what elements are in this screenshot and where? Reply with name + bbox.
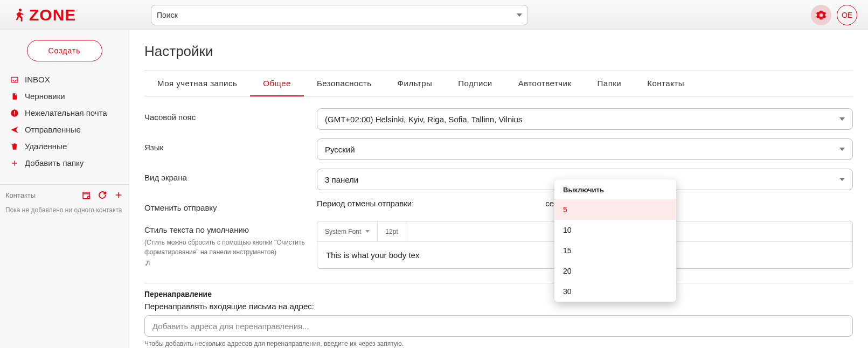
sent-icon — [10, 126, 19, 134]
logo-text: ZONE — [29, 7, 76, 23]
tab-контакты[interactable]: Контакты — [634, 71, 697, 96]
forward-section-title: Перенаправление — [144, 290, 853, 298]
screen-view-label: Вид экрана — [144, 169, 317, 182]
language-select[interactable]: Русский — [317, 138, 853, 160]
undo-seconds-dropdown: Выключить 510152030 — [554, 179, 676, 302]
dropdown-option-20[interactable]: 20 — [554, 261, 676, 281]
sidebar-folder-inbox[interactable]: INBOX — [0, 71, 129, 88]
dropdown-option-10[interactable]: 10 — [554, 220, 676, 240]
sidebar: Создать INBOXЧерновикиНежелательная почт… — [0, 30, 129, 348]
chevron-down-icon — [517, 13, 522, 17]
tab-автоответчик[interactable]: Автоответчик — [505, 71, 585, 96]
compose-button[interactable]: Создать — [27, 40, 102, 61]
clear-format-icon — [144, 259, 152, 267]
page-title: Настройки — [144, 43, 853, 60]
contacts-title: Контакты — [5, 191, 36, 199]
sidebar-folder-spam[interactable]: Нежелательная почта — [0, 105, 129, 121]
runner-icon — [11, 8, 26, 23]
dropdown-option-5[interactable]: 5 — [554, 199, 676, 220]
divider — [144, 283, 853, 283]
spam-icon — [10, 109, 19, 117]
chevron-down-icon — [365, 230, 370, 233]
tab-безопасность[interactable]: Безопасность — [304, 71, 385, 96]
font-family-select[interactable]: System Font — [317, 221, 378, 241]
tab-моя-учетная-запись[interactable]: Моя учетная запись — [144, 71, 250, 96]
add-folder-button[interactable]: Добавить папку — [0, 155, 129, 171]
draft-icon — [10, 92, 19, 101]
svg-rect-4 — [14, 114, 15, 115]
contacts-empty-text: Пока не добавлено ни одного контакта — [0, 202, 129, 218]
settings-button[interactable] — [811, 5, 831, 25]
chevron-down-icon — [839, 148, 845, 151]
tab-папки[interactable]: Папки — [585, 71, 635, 96]
svg-point-0 — [19, 9, 22, 11]
refresh-icon[interactable] — [98, 190, 107, 200]
main-content: Настройки Моя учетная записьОбщееБезопас… — [129, 30, 868, 348]
chevron-down-icon — [839, 178, 845, 181]
default-style-hint: (Стиль можно сбросить с помощью кнопки "… — [144, 238, 317, 257]
forward-section-sub: Перенаправлять входящие письма на адрес: — [144, 302, 853, 311]
font-size-select[interactable]: 12pt — [378, 221, 406, 241]
logo[interactable]: ZONE — [11, 7, 129, 23]
add-contact-icon[interactable] — [114, 190, 123, 200]
dropdown-header: Выключить — [554, 179, 676, 199]
undo-period-label: Период отмены отправки: — [317, 199, 414, 208]
undo-send-label: Отменить отправку — [144, 199, 317, 212]
dropdown-option-15[interactable]: 15 — [554, 240, 676, 261]
forward-hint: Чтобы добавить несколько адресов для пер… — [144, 340, 853, 347]
svg-rect-3 — [14, 111, 15, 114]
settings-tabs: Моя учетная записьОбщееБезопасностьФильт… — [144, 71, 853, 96]
tab-общее[interactable]: Общее — [250, 71, 304, 96]
plus-icon — [10, 159, 19, 168]
app-header: ZONE Поиск OE — [0, 0, 868, 30]
sidebar-folder-trash[interactable]: Удаленные — [0, 138, 129, 155]
sidebar-folder-draft[interactable]: Черновики — [0, 88, 129, 105]
timezone-select[interactable]: (GMT+02:00) Helsinki, Kyiv, Riga, Sofia,… — [317, 108, 853, 130]
search-input[interactable]: Поиск — [151, 5, 528, 25]
inbox-icon — [10, 75, 19, 84]
dropdown-option-30[interactable]: 30 — [554, 281, 676, 302]
tab-фильтры[interactable]: Фильтры — [385, 71, 446, 96]
default-style-label: Стиль текста по умолчанию — [144, 225, 317, 234]
sidebar-folder-sent[interactable]: Отправленные — [0, 121, 129, 138]
tab-подписи[interactable]: Подписи — [445, 71, 505, 96]
avatar[interactable]: OE — [837, 5, 857, 25]
gear-icon — [816, 10, 827, 20]
chevron-down-icon — [839, 117, 845, 121]
forward-address-input[interactable] — [144, 315, 853, 337]
trash-icon — [10, 142, 19, 151]
language-label: Язык — [144, 138, 317, 152]
calendar-icon[interactable] — [81, 190, 91, 200]
timezone-label: Часовой пояс — [144, 108, 317, 122]
